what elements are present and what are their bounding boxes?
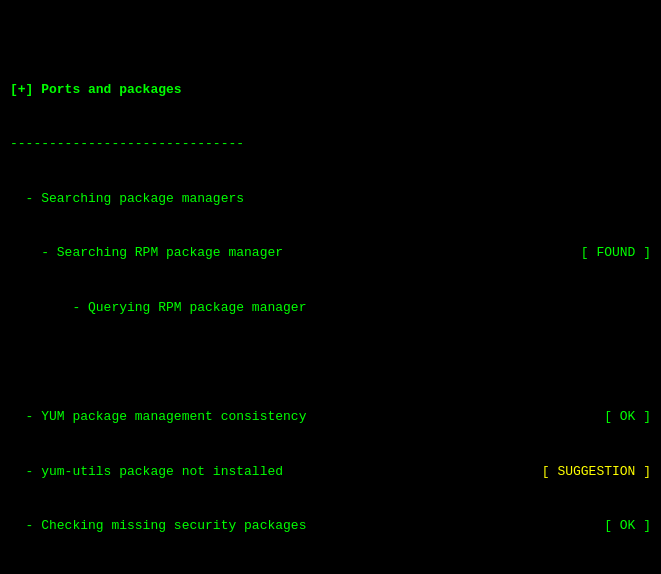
status-found: [ FOUND ] xyxy=(571,244,651,262)
line-text: - yum-utils package not installed xyxy=(10,463,532,481)
status-ok-1: [ OK ] xyxy=(594,408,651,426)
line-searching-rpm: - Searching RPM package manager [ FOUND … xyxy=(10,244,651,262)
divider-ports: ------------------------------ xyxy=(10,135,651,153)
line-yum-consistency: - YUM package management consistency [ O… xyxy=(10,408,651,426)
line-text: - Searching RPM package manager xyxy=(10,244,571,262)
line-yum-utils: - yum-utils package not installed [ SUGG… xyxy=(10,463,651,481)
section-ports-packages: [+] Ports and packages -----------------… xyxy=(10,44,651,574)
line-text: - Checking missing security packages xyxy=(10,517,594,535)
line-missing-sec: - Checking missing security packages [ O… xyxy=(10,517,651,535)
line-text: - YUM package management consistency xyxy=(10,408,594,426)
section-header-ports: [+] Ports and packages xyxy=(10,81,651,99)
line-querying-rpm: - Querying RPM package manager xyxy=(10,299,651,317)
status-suggestion: [ SUGGESTION ] xyxy=(532,463,651,481)
terminal: [+] Ports and packages -----------------… xyxy=(10,8,651,574)
status-ok-2: [ OK ] xyxy=(594,517,651,535)
line-text: - Searching package managers xyxy=(10,190,651,208)
line-text: - Querying RPM package manager xyxy=(10,299,651,317)
line-searching-pm: - Searching package managers xyxy=(10,190,651,208)
blank-line-1 xyxy=(10,354,651,372)
